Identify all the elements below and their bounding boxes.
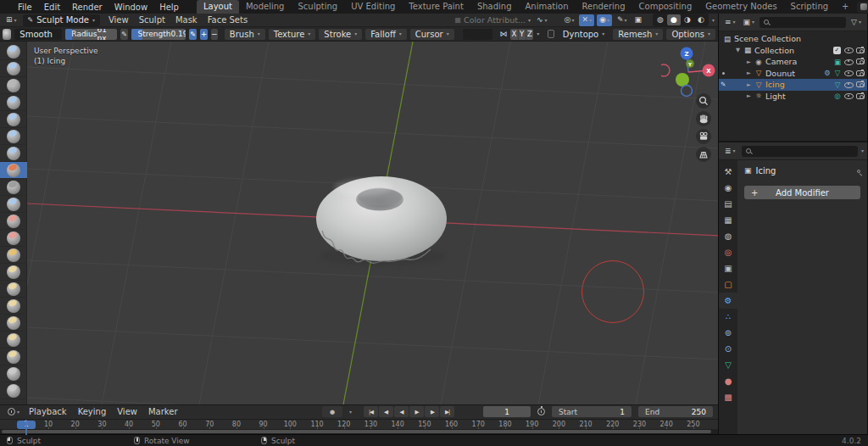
modifier-icon[interactable]: ⚙ [822,69,832,77]
object-data-icon[interactable]: ◎ [832,92,843,100]
properties-tab[interactable]: ∴ [719,309,737,325]
symmetry-axis-toggle[interactable]: Y [519,29,526,40]
outliner-search-input[interactable] [760,17,846,28]
mode-selector[interactable]: ✎ Sculpt Mode ▾ [23,14,100,26]
properties-tab[interactable]: ▦ [719,212,737,228]
workspace-tab[interactable]: Layout [197,0,239,14]
tool-panel-dropdown[interactable]: Cursor▾ [410,29,454,40]
outliner-item-label[interactable]: Camera [765,57,797,66]
menu-item[interactable]: View [117,407,140,416]
workspace-tab[interactable]: Animation [519,0,576,14]
dyntopo-checkbox[interactable] [548,30,554,38]
remove-brush-button[interactable]: − [211,29,218,40]
sculpt-brush-button[interactable] [0,365,27,382]
annotate-icon[interactable]: ✎ ▾ [615,14,630,26]
menu-item[interactable]: File [12,3,38,12]
shading-dropdown-icon[interactable]: ▾ [712,18,715,23]
chevron-down-icon[interactable]: ▾ [537,31,539,36]
chevron-down-icon[interactable]: ▾ [861,148,864,153]
tool-extra-field[interactable] [463,29,493,40]
sculpt-brush-button[interactable] [0,43,27,60]
symmetry-axis-toggle[interactable]: X [510,29,518,40]
workspace-tab[interactable]: Compositing [632,0,699,14]
tool-panel-dropdown[interactable]: Brush▾ [225,29,265,40]
pin-icon[interactable] [857,170,860,173]
hide-in-viewport-icon[interactable] [844,92,854,100]
menu-item[interactable]: Render [66,3,108,12]
expand-caret-icon[interactable]: ▼ [733,47,743,53]
next-keyframe[interactable]: ·▶ [425,406,439,417]
tool-panel-dropdown[interactable]: Texture▾ [269,29,316,40]
disable-in-render-icon[interactable] [856,47,865,53]
menu-item[interactable]: Sculpt [134,15,170,25]
properties-tab[interactable]: ▢ [719,276,737,293]
sculpt-brush-button[interactable] [0,179,27,196]
object-data-icon[interactable]: ▽ [832,69,843,77]
strength-slider[interactable]: Strength 0.193 [131,29,185,40]
properties-tab[interactable]: ▩ [719,389,737,405]
sculpt-brush-button[interactable] [0,60,27,77]
solid-shading[interactable]: ● [667,14,681,25]
properties-search-input[interactable] [742,146,858,157]
outliner-item-label[interactable]: Dounut [765,69,795,78]
radius-pressure-icon[interactable]: ✎ [120,29,129,40]
sculpt-brush-button[interactable] [0,382,27,399]
sculpt-brush-button[interactable] [0,281,27,298]
properties-tab[interactable]: ⚒ [719,164,737,180]
xray-toggle-icon[interactable]: ▣ ▾ [632,14,644,26]
navigation-gizmo[interactable]: Z X Y [661,45,715,99]
donut-mesh[interactable] [312,170,453,273]
disable-in-render-icon[interactable] [856,81,865,87]
sculpt-brush-button[interactable] [0,213,27,230]
sculpt-brush-button[interactable] [0,94,27,111]
properties-tab[interactable]: ▤ [719,196,737,212]
sculpt-brush-button[interactable] [0,196,27,213]
sculpt-brush-button[interactable] [0,264,27,281]
menu-item[interactable]: Window [108,3,153,12]
remesh-dropdown[interactable]: Remesh▾ [613,29,663,40]
disable-in-render-icon[interactable] [856,59,865,64]
strength-pressure-icon[interactable]: ✎ [189,29,198,40]
tool-panel-dropdown[interactable]: Falloff▾ [365,29,407,40]
timeline-scrollbar[interactable] [0,429,718,434]
expand-caret-icon[interactable]: ► [744,81,754,88]
object-data-icon[interactable]: ▣ [832,58,843,66]
workspace-tab[interactable]: Sculpting [291,0,344,14]
scene-selector[interactable]: ▾ Scene × [857,2,868,13]
timeline-editor-type-button[interactable]: ▾ [5,406,22,418]
hide-in-viewport-icon[interactable] [844,46,854,54]
brush-preview-icon[interactable] [3,29,11,40]
prev-keyframe[interactable]: ◀· [379,406,393,417]
hide-in-viewport-icon[interactable] [844,58,854,66]
menu-item[interactable]: Edit [38,3,66,12]
outliner-row[interactable]: ✎ ► ◉ Camera ▣ [719,56,867,68]
workspace-tab[interactable]: Scripting [784,0,835,14]
sculpt-brush-button[interactable] [0,162,27,179]
properties-tab[interactable]: ◎ [719,244,737,260]
workspace-tab[interactable]: UV Editing [344,0,402,14]
jump-to-start[interactable]: |◀ [364,406,378,417]
radius-slider[interactable]: Radius 61 px [65,29,117,40]
material-preview-shading[interactable]: ◑ [681,14,694,25]
outliner-item-label[interactable]: Scene Collection [734,34,801,43]
workspace-tab[interactable]: + [835,0,855,14]
current-frame-field[interactable]: 1 [483,406,531,417]
menu-item[interactable]: Help [153,3,185,12]
timeline-ruler[interactable]: 1 10203040506070809010011012013014015016… [0,420,718,430]
toggle-projection-icon[interactable] [696,147,711,162]
workspace-tab[interactable]: Modeling [239,0,292,14]
options-dropdown[interactable]: Options▾ [666,29,715,40]
menu-item[interactable]: Mask [170,15,203,25]
frame-start-field[interactable]: Start1 [552,406,632,417]
menu-item[interactable]: Marker [148,407,181,416]
menu-item[interactable]: View [103,15,134,25]
camera-view-icon[interactable] [696,129,711,144]
sculpt-brush-button[interactable] [0,247,27,264]
outliner-item-label[interactable]: Light [765,92,786,101]
workspace-tab[interactable]: Shading [470,0,519,14]
outliner-row[interactable]: ✎ ▼ ▦ Collection ✓ [719,45,867,57]
menu-item[interactable]: Face Sets [203,15,253,25]
outliner-row[interactable]: ✎ ► ☼ Light ◎ [719,91,867,103]
object-data-icon[interactable]: ▽ [832,81,843,89]
sculpt-brush-button[interactable] [0,332,27,348]
